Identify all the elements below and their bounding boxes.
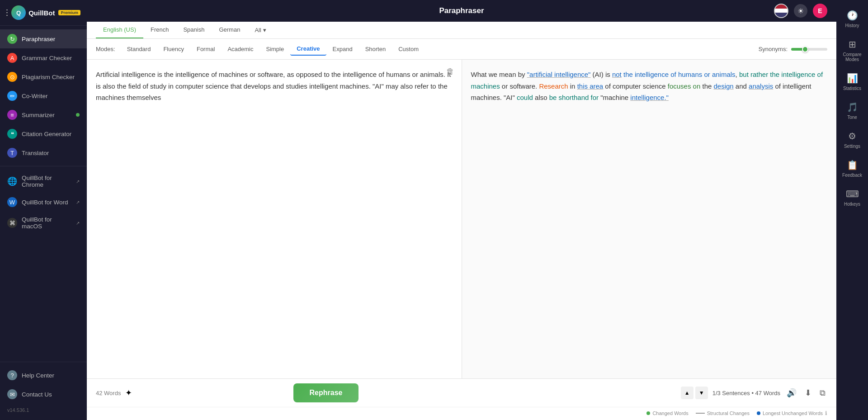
sidebar-bottom: ? Help Center ✉ Contact Us v14.536.1 — [0, 362, 87, 420]
lang-tab-german[interactable]: German — [212, 22, 247, 38]
sidebar-item-contact-us[interactable]: ✉ Contact Us — [0, 385, 87, 404]
input-word-count: 42 Words — [96, 390, 121, 396]
sidebar-item-co-writer[interactable]: ✏ Co-Writer — [0, 86, 87, 105]
sidebar-item-translator[interactable]: T Translator — [0, 143, 87, 162]
sidebar: Q QuillBot Premium ↻ Paraphraser A Gramm… — [0, 0, 87, 420]
macos-icon: ⌘ — [7, 218, 17, 228]
logo-text: QuillBot — [28, 9, 55, 17]
input-text[interactable]: Artificial intelligence is the intellige… — [96, 69, 453, 104]
topbar-actions: ☀ E — [774, 4, 827, 18]
translator-icon: T — [7, 148, 17, 158]
word-icon: W — [7, 197, 17, 207]
lang-tab-spanish[interactable]: Spanish — [176, 22, 212, 38]
sidebar-item-quillbot-macos[interactable]: ⌘ QuillBot for macOS ↗ — [0, 212, 87, 234]
sentence-navigation: ▲ ▼ — [681, 387, 708, 399]
sidebar-item-help-center[interactable]: ? Help Center — [0, 366, 87, 385]
avatar[interactable]: E — [813, 4, 827, 18]
lang-tab-french[interactable]: French — [143, 22, 176, 38]
external-link-icon: ↗ — [76, 200, 80, 205]
structural-changes-line — [696, 413, 705, 414]
synonyms-slider-knob[interactable] — [802, 46, 808, 52]
statistics-icon: 📊 — [847, 73, 858, 84]
download-button[interactable]: ⬇ — [803, 386, 813, 400]
mode-tab-standard[interactable]: Standard — [121, 43, 157, 55]
history-icon: 🕐 — [847, 10, 858, 21]
mode-tab-custom[interactable]: Custom — [392, 43, 425, 55]
sidebar-nav: ↻ Paraphraser A Grammar Checker ⊙ Plagia… — [0, 26, 87, 362]
lang-tab-all[interactable]: All ▾ — [247, 22, 273, 38]
paraphraser-icon: ↻ — [7, 34, 17, 44]
rs-label: Tone — [847, 115, 857, 120]
output-changed-word: intelligence." — [630, 94, 669, 101]
sidebar-item-label: Citation Generator — [22, 131, 71, 137]
rs-item-compare-modes[interactable]: ⊞ Compare Modes — [836, 33, 868, 67]
output-controls: ▲ ▼ 1/3 Sentences • 47 Words 🔊 ⬇ ⧉ — [681, 386, 827, 400]
version-label: v14.536.1 — [0, 404, 87, 416]
mode-tab-academic[interactable]: Academic — [221, 43, 259, 55]
sidebar-item-plagiarism-checker[interactable]: ⊙ Plagiarism Checker — [0, 67, 87, 86]
mode-tab-formal[interactable]: Formal — [190, 43, 221, 55]
rs-label: History — [845, 23, 859, 28]
sidebar-item-summarizer[interactable]: ≡ Summarizer — [0, 105, 87, 124]
rs-label: Compare Modes — [840, 52, 864, 62]
legend-bar: Changed Words Structural Changes Longest… — [87, 407, 836, 420]
sidebar-item-label: Help Center — [22, 372, 54, 379]
legend-structural-changes: Structural Changes — [696, 411, 750, 416]
rs-item-statistics[interactable]: 📊 Statistics — [836, 67, 868, 96]
summarizer-icon: ≡ — [7, 110, 17, 120]
sidebar-item-label: Co-Writer — [22, 93, 48, 99]
clear-input-button[interactable]: 🗑 — [446, 67, 454, 76]
rs-item-settings[interactable]: ⚙ Settings — [836, 125, 868, 154]
mode-tab-simple[interactable]: Simple — [259, 43, 290, 55]
mode-tab-expand[interactable]: Expand — [326, 43, 359, 55]
sidebar-item-quillbot-word[interactable]: W QuillBot for Word ↗ — [0, 193, 87, 212]
mode-tab-shorten[interactable]: Shorten — [359, 43, 392, 55]
theme-toggle-button[interactable]: ☀ — [794, 4, 807, 18]
sidebar-item-citation-generator[interactable]: ❝ Citation Generator — [0, 124, 87, 143]
sidebar-item-label: Plagiarism Checker — [22, 74, 75, 80]
main-area: Paraphraser ☀ E English (US) French Span… — [87, 0, 836, 420]
legend-changed-words: Changed Words — [646, 411, 688, 416]
editor-area: 🗑 Artificial intelligence is the intelli… — [87, 60, 836, 378]
menu-toggle[interactable] — [6, 8, 8, 17]
rephrase-button[interactable]: Rephrase — [293, 383, 359, 402]
rs-item-hotkeys[interactable]: ⌨ Hotkeys — [836, 183, 868, 212]
prev-sentence-button[interactable]: ▲ — [681, 387, 693, 399]
output-changed-segment: the intelligence of humans or animals — [622, 71, 736, 78]
chrome-icon: 🌐 — [7, 176, 17, 186]
unchanged-words-dot — [757, 411, 760, 415]
rs-label: Hotkeys — [844, 202, 860, 207]
output-text: What we mean by "artificial intelligence… — [471, 69, 828, 104]
listen-button[interactable]: 🔊 — [785, 386, 798, 400]
contact-icon: ✉ — [7, 389, 17, 399]
mode-tab-creative[interactable]: Creative — [290, 42, 326, 56]
logo-area: Q QuillBot Premium — [11, 5, 80, 20]
mode-tab-fluency[interactable]: Fluency — [157, 43, 190, 55]
next-sentence-button[interactable]: ▼ — [695, 387, 708, 399]
sidebar-item-label: Summarizer — [22, 112, 55, 118]
premium-badge: Premium — [58, 10, 80, 15]
lang-tab-english-us[interactable]: English (US) — [96, 22, 143, 38]
settings-icon: ⚙ — [848, 131, 856, 142]
sidebar-item-label: Contact Us — [22, 391, 52, 398]
language-flag[interactable] — [774, 4, 788, 18]
input-pane: 🗑 Artificial intelligence is the intelli… — [87, 60, 462, 378]
magic-button[interactable]: ✦ — [125, 388, 132, 398]
legend-info-icon[interactable]: ℹ — [825, 410, 827, 416]
right-sidebar: 🕐 History ⊞ Compare Modes 📊 Statistics 🎵… — [836, 0, 868, 420]
language-tabs: English (US) French Spanish German All ▾ — [87, 22, 836, 39]
copy-button[interactable]: ⧉ — [818, 387, 827, 400]
rs-item-feedback[interactable]: 📋 Feedback — [836, 154, 868, 183]
page-title: Paraphraser — [439, 6, 484, 15]
synonyms-slider[interactable] — [791, 48, 827, 51]
sidebar-item-label: QuillBot for macOS — [22, 216, 71, 230]
sidebar-item-grammar-checker[interactable]: A Grammar Checker — [0, 48, 87, 67]
sidebar-item-quillbot-chrome[interactable]: 🌐 QuillBot for Chrome ↗ — [0, 170, 87, 193]
output-structural: be shorthand for — [549, 94, 599, 101]
sidebar-item-paraphraser[interactable]: ↻ Paraphraser — [0, 29, 87, 48]
rs-item-tone[interactable]: 🎵 Tone — [836, 96, 868, 125]
rs-item-history[interactable]: 🕐 History — [836, 5, 868, 33]
new-feature-dot — [76, 113, 80, 117]
hotkeys-icon: ⌨ — [846, 189, 859, 199]
output-changed-word: this area — [577, 82, 604, 90]
